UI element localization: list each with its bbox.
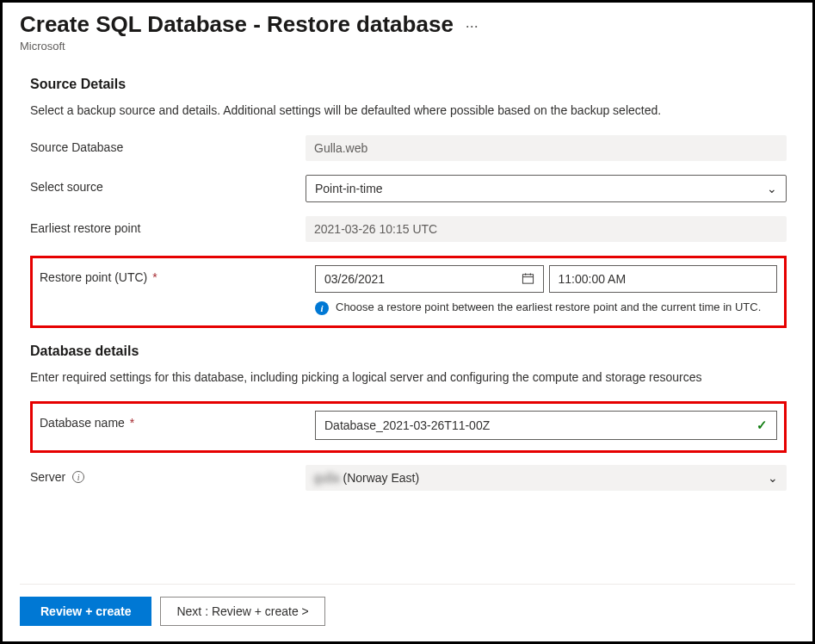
restore-date-input[interactable]: 03/26/2021 xyxy=(315,265,544,293)
calendar-icon[interactable] xyxy=(522,272,534,285)
next-button[interactable]: Next : Review + create > xyxy=(160,597,324,626)
database-name-label: Database name* xyxy=(40,411,315,430)
restore-time-value: 11:00:00 AM xyxy=(559,272,627,286)
review-create-button[interactable]: Review + create xyxy=(20,597,151,626)
database-name-highlight: Database name* Database_2021-03-26T11-00… xyxy=(30,401,787,453)
info-circle-icon[interactable]: i xyxy=(72,471,84,483)
server-name-hidden: gulla xyxy=(314,471,340,485)
source-database-row: Source Database Gulla.web xyxy=(30,135,787,161)
required-asterisk: * xyxy=(152,270,157,284)
select-source-row: Select source Point-in-time ⌄ xyxy=(30,175,787,202)
restore-point-highlight: Restore point (UTC)* 03/26/2021 11:00:00… xyxy=(30,256,787,328)
restore-date-value: 03/26/2021 xyxy=(324,272,385,286)
restore-database-panel: Create SQL Database - Restore database ·… xyxy=(0,0,815,644)
server-region: (Norway East) xyxy=(340,471,420,485)
restore-point-hint-text: Choose a restore point between the earli… xyxy=(336,300,761,315)
header: Create SQL Database - Restore database ·… xyxy=(20,11,795,53)
database-name-value: Database_2021-03-26T11-00Z xyxy=(324,418,490,432)
chevron-down-icon: ⌄ xyxy=(768,471,778,485)
server-value: gulla (Norway East) xyxy=(314,471,419,485)
database-details-heading: Database details xyxy=(30,344,787,359)
earliest-restore-value: 2021-03-26 10:15 UTC xyxy=(306,216,787,242)
chevron-down-icon: ⌄ xyxy=(767,182,777,195)
footer-actions: Review + create Next : Review + create > xyxy=(20,584,795,626)
server-row: Server i gulla (Norway East) ⌄ xyxy=(30,465,787,491)
more-actions-icon[interactable]: ··· xyxy=(466,14,479,35)
info-icon: i xyxy=(315,301,329,315)
restore-point-hint: i Choose a restore point between the ear… xyxy=(315,300,777,315)
select-source-dropdown[interactable]: Point-in-time ⌄ xyxy=(306,175,787,202)
source-details-description: Select a backup source and details. Addi… xyxy=(30,102,787,120)
select-source-value: Point-in-time xyxy=(315,182,383,195)
database-details-section: Database details Enter required settings… xyxy=(20,344,795,492)
checkmark-icon: ✓ xyxy=(756,418,768,433)
publisher-label: Microsoft xyxy=(20,40,795,53)
earliest-restore-label: Earliest restore point xyxy=(30,216,306,235)
database-details-description: Enter required settings for this databas… xyxy=(30,369,787,387)
required-asterisk: * xyxy=(130,416,134,430)
source-details-heading: Source Details xyxy=(30,77,787,92)
server-label: Server i xyxy=(30,465,306,484)
svg-rect-0 xyxy=(522,275,533,283)
earliest-restore-row: Earliest restore point 2021-03-26 10:15 … xyxy=(30,216,787,242)
page-title: Create SQL Database - Restore database xyxy=(20,11,454,38)
restore-point-label: Restore point (UTC)* xyxy=(40,265,315,284)
source-database-value: Gulla.web xyxy=(306,135,787,161)
restore-time-input[interactable]: 11:00:00 AM xyxy=(549,265,778,293)
select-source-label: Select source xyxy=(30,175,306,194)
database-name-input[interactable]: Database_2021-03-26T11-00Z ✓ xyxy=(315,411,777,440)
source-database-label: Source Database xyxy=(30,135,306,154)
source-details-section: Source Details Select a backup source an… xyxy=(20,77,795,328)
server-dropdown[interactable]: gulla (Norway East) ⌄ xyxy=(306,465,787,491)
